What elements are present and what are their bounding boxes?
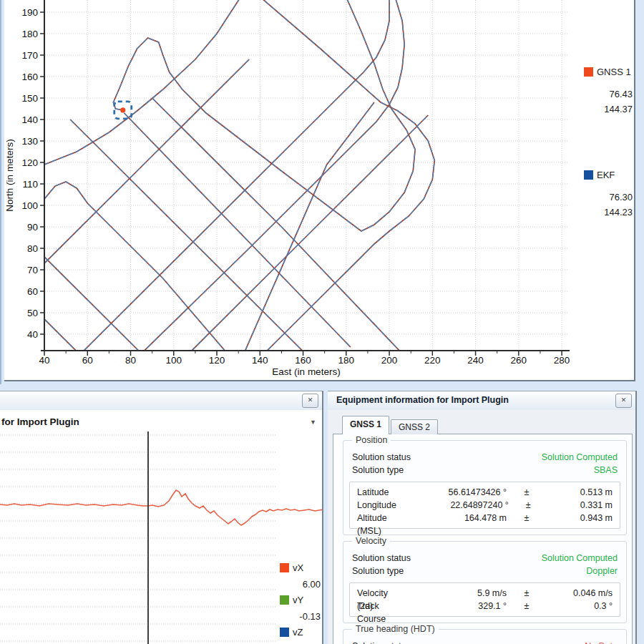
status-label: Solution status — [352, 451, 542, 464]
value-label: Altitude (MSL) — [357, 512, 392, 525]
value-number: 56.61473426 ° — [392, 486, 507, 499]
legend-label: vX — [293, 562, 303, 573]
legend-value: -0.13 — [249, 611, 321, 622]
application-window: 4060801001201401601802002202402602804050… — [0, 0, 644, 644]
value-row: Longitude22.64897240 °±0.331 m — [357, 499, 613, 512]
equipment-groups: PositionSolution statusSolution Computed… — [333, 440, 632, 644]
x-tick-label: 200 — [381, 355, 398, 366]
group-title: Position — [352, 435, 391, 445]
status-label: Solution status — [352, 640, 585, 644]
velocity-chart-area: for Import Plugin ▼ vX6.00vY-0.13vZ — [0, 410, 322, 644]
equipment-tab-bar: GNSS 1GNSS 2 — [342, 416, 439, 434]
legend-label: vZ — [293, 627, 303, 638]
x-tick-label: 80 — [125, 355, 136, 366]
legend-value: 6.00 — [249, 579, 321, 590]
y-tick-label: 170 — [21, 50, 38, 61]
legend-label: GNSS 1 — [597, 67, 631, 77]
tab-gnss-1[interactable]: GNSS 1 — [342, 416, 389, 434]
trajectory-plot-panel: 4060801001201401601802002202402602804050… — [4, 0, 635, 381]
y-tick-label: 100 — [21, 200, 38, 211]
x-tick-label: 60 — [82, 355, 93, 366]
equipment-tab-page: PositionSolution statusSolution Computed… — [333, 434, 633, 644]
y-tick-label: 90 — [27, 222, 38, 233]
legend-label: vY — [293, 595, 303, 605]
value-number: 22.64897240 ° — [396, 499, 509, 512]
trajectory-tracks — [44, 0, 434, 351]
legend-swatch-icon — [280, 628, 289, 637]
x-tick-label: 180 — [338, 355, 355, 366]
value-row: Track Course329.1 °±0.3 ° — [357, 600, 613, 613]
value-row: Altitude (MSL)164.478 m±0.943 m — [357, 512, 613, 525]
equipment-panel-title: Equipment information for Import Plugin — [336, 395, 509, 405]
plus-minus: ± — [509, 499, 548, 512]
value-label: Velocity (2d) — [357, 587, 392, 600]
group-true-heading-hdt-: True heading (HDT)Solution statusNo Data — [343, 629, 627, 644]
legend-north-value: 144.23 — [561, 207, 633, 218]
y-tick-label: 40 — [27, 329, 38, 340]
value-error: 0.331 m — [548, 499, 613, 512]
legend-north-value: 144.37 — [561, 104, 633, 114]
x-tick-label: 220 — [424, 355, 441, 366]
x-tick-label: 120 — [209, 355, 225, 366]
value-label: Latitude — [357, 486, 392, 499]
close-icon[interactable]: ✕ — [302, 394, 318, 408]
plus-minus: ± — [507, 587, 547, 600]
value-row: Velocity (2d)5.9 m/s±0.046 m/s — [357, 587, 613, 600]
values-box: Latitude56.61473426 °±0.513 mLongitude22… — [349, 482, 620, 529]
legend-swatch-icon — [280, 563, 289, 572]
equipment-panel: Equipment information for Import Plugin … — [328, 391, 637, 644]
legend-east-value: 76.30 — [561, 192, 633, 203]
velocity-chart-title: for Import Plugin — [1, 416, 79, 427]
value-number: 329.1 ° — [392, 600, 507, 613]
status-value: Solution Computed — [542, 552, 618, 565]
equipment-panel-header[interactable]: Equipment information for Import Plugin … — [328, 391, 635, 411]
legend-label: EKF — [597, 170, 615, 180]
legend-swatch-icon — [584, 170, 593, 180]
status-row: Solution statusSolution Computed — [348, 552, 622, 565]
close-icon[interactable]: ✕ — [615, 394, 632, 408]
x-tick-label: 240 — [467, 355, 484, 366]
status-value: Doppler — [586, 565, 618, 577]
y-tick-label: 160 — [21, 72, 38, 82]
group-position: PositionSolution statusSolution Computed… — [343, 440, 627, 535]
y-tick-label: 150 — [21, 93, 38, 104]
legend-swatch-icon — [584, 67, 593, 77]
velocity-chart[interactable] — [0, 410, 322, 644]
velocity-panel-header[interactable]: ✕ — [0, 391, 322, 411]
y-tick-label: 180 — [21, 29, 38, 39]
tab-gnss-2[interactable]: GNSS 2 — [391, 419, 438, 434]
plus-minus: ± — [507, 600, 547, 613]
value-label: Longitude — [357, 499, 396, 512]
x-tick-label: 40 — [39, 355, 49, 366]
status-value: Solution Computed — [542, 451, 618, 464]
x-tick-label: 280 — [554, 355, 570, 366]
status-row: Solution typeDoppler — [348, 565, 622, 577]
x-tick-label: 160 — [295, 355, 311, 366]
y-tick-label: 80 — [27, 243, 38, 254]
status-row: Solution typeSBAS — [348, 464, 622, 477]
group-title: Velocity — [352, 536, 390, 546]
values-box: Velocity (2d)5.9 m/s±0.046 m/sTrack Cour… — [349, 582, 620, 617]
status-label: Solution status — [352, 552, 542, 565]
status-row: Solution statusNo Data — [348, 640, 622, 644]
velocity-panel: ✕ for Import Plugin ▼ vX6.00vY-0.13vZ — [0, 391, 323, 644]
value-number: 164.478 m — [392, 512, 507, 525]
velocity-series-vX — [0, 490, 322, 525]
y-tick-label: 190 — [21, 7, 38, 18]
chevron-down-icon[interactable]: ▼ — [310, 419, 316, 426]
x-tick-label: 100 — [166, 355, 182, 366]
plus-minus: ± — [507, 512, 547, 525]
status-value: No Data — [585, 640, 618, 644]
legend-swatch-icon — [280, 595, 289, 605]
y-tick-label: 60 — [27, 286, 38, 297]
equipment-panel-body: GNSS 1GNSS 2 PositionSolution statusSolu… — [328, 410, 635, 644]
value-error: 0.3 ° — [547, 600, 613, 613]
x-tick-label: 140 — [252, 355, 268, 366]
legend-east-value: 76.43 — [561, 89, 633, 99]
value-error: 0.943 m — [547, 512, 613, 525]
y-tick-label: 50 — [27, 308, 38, 318]
trajectory-plot[interactable]: 4060801001201401601802002202402602804050… — [4, 0, 638, 380]
value-label: Track Course — [357, 600, 392, 613]
status-row: Solution statusSolution Computed — [348, 451, 622, 464]
status-label: Solution type — [352, 565, 586, 577]
